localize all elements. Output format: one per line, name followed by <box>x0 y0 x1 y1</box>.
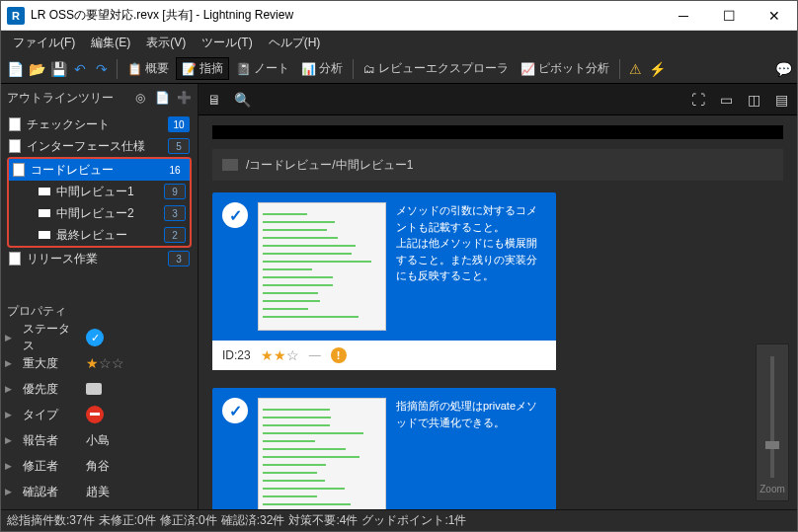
issue-card[interactable]: ✓指摘箇所の処理はprivateメソッドで共通化できる。 <box>212 388 556 509</box>
fullscreen-icon[interactable]: ⛶ <box>688 90 708 110</box>
checkmark-icon: ✓ <box>222 202 248 228</box>
breadcrumb[interactable]: /コードレビュー/中間レビュー1 <box>212 149 783 181</box>
warning-icon[interactable]: ⚠ <box>625 59 645 79</box>
redo-icon[interactable]: ↷ <box>92 59 112 79</box>
property-row[interactable]: ▶優先度 <box>5 376 194 402</box>
issue-card[interactable]: ✓メソッドの引数に対するコメントも記載すること。上記は他メソッドにも横展開するこ… <box>212 192 556 370</box>
status-bar: 総指摘件数:37件 未修正:0件 修正済:0件 確認済:32件 対策不要:4件 … <box>1 509 797 531</box>
breadcrumb-icon <box>222 159 238 171</box>
save-icon[interactable]: 💾 <box>48 59 68 79</box>
zoom-label: Zoom <box>759 484 785 494</box>
maximize-button[interactable]: ☐ <box>706 1 752 31</box>
card-thumbnail <box>258 398 386 509</box>
prop-label: 優先度 <box>23 381 78 398</box>
tree-item[interactable]: リリース作業3 <box>5 248 194 269</box>
tree-item-count: 9 <box>164 184 186 199</box>
tree-item[interactable]: 最終レビュー2 <box>9 224 190 246</box>
pivot-button[interactable]: 📈ピボット分析 <box>516 58 614 79</box>
status-noaction: 対策不要:4件 <box>288 512 358 529</box>
tree-item-count: 3 <box>168 251 190 266</box>
property-row[interactable]: ▶確認者趙美 <box>5 479 194 504</box>
overview-icon: 📋 <box>127 62 142 76</box>
tree-item[interactable]: インターフェース仕様5 <box>5 135 194 157</box>
tree-item[interactable]: コードレビュー16 <box>9 159 190 181</box>
doc-icon <box>13 163 25 177</box>
chevron-right-icon: ▶ <box>5 487 15 496</box>
prop-label: 修正者 <box>23 458 78 475</box>
menu-edit[interactable]: 編集(E) <box>83 33 138 53</box>
target-icon[interactable]: ◎ <box>132 90 148 106</box>
chevron-right-icon: ▶ <box>5 410 15 419</box>
scroll-strip <box>212 125 783 139</box>
doc-icon <box>9 252 21 266</box>
property-row[interactable]: ▶ステータス✓ <box>5 325 194 350</box>
property-row[interactable]: ▶修正者角谷 <box>5 453 194 479</box>
explorer-icon: 🗂 <box>363 62 375 76</box>
prop-value: 小島 <box>86 432 110 449</box>
zoom-slider[interactable]: Zoom <box>756 343 789 501</box>
tree-item-label: 最終レビュー <box>56 227 158 244</box>
issue-icon: 📝 <box>182 62 197 76</box>
tree-item[interactable]: チェックシート10 <box>5 114 194 135</box>
search-icon[interactable]: 🔍 <box>232 90 252 110</box>
analysis-button[interactable]: 📊分析 <box>296 58 348 79</box>
breadcrumb-path: /コードレビュー/中間レビュー1 <box>246 157 413 174</box>
tree-item-count: 3 <box>164 205 186 221</box>
chevron-right-icon: ▶ <box>5 461 15 471</box>
priority-icon <box>86 383 102 395</box>
menu-help[interactable]: ヘルプ(H) <box>261 33 329 53</box>
add-icon[interactable]: ➕ <box>176 90 192 106</box>
status-confirmed: 確認済:32件 <box>221 512 285 529</box>
doc-icon <box>9 117 21 131</box>
issue-button[interactable]: 📝指摘 <box>176 57 229 80</box>
menu-tool[interactable]: ツール(T) <box>194 33 260 53</box>
properties-panel: ▶ステータス✓▶重大度★☆☆▶優先度▶タイプ▶報告者小島▶修正者角谷▶確認者趙美 <box>1 323 198 509</box>
stars-value: ★☆☆ <box>86 355 124 371</box>
display-icon[interactable]: 🖥 <box>204 90 224 110</box>
property-row[interactable]: ▶報告者小島 <box>5 427 194 453</box>
tree-item[interactable]: 中間レビュー19 <box>9 181 190 202</box>
zoom-handle[interactable] <box>765 441 779 449</box>
new-icon[interactable]: 📄 <box>5 59 25 79</box>
prop-label: タイプ <box>23 407 78 423</box>
tree-item-count: 10 <box>168 116 190 132</box>
tree-item-label: コードレビュー <box>31 162 158 179</box>
window-title: LR OSSの要望対応.revx [共有] - Lightning Review <box>31 7 661 24</box>
note-button[interactable]: 📓ノート <box>231 58 294 79</box>
prop-label: 報告者 <box>23 432 78 449</box>
tree-item[interactable]: 中間レビュー23 <box>9 202 190 224</box>
layout2-icon[interactable]: ◫ <box>744 90 763 110</box>
tree-item-label: チェックシート <box>27 116 162 133</box>
card-dash: — <box>309 348 321 362</box>
chevron-right-icon: ▶ <box>5 384 15 394</box>
status-fixed: 修正済:0件 <box>160 512 217 529</box>
checkmark-icon: ✓ <box>222 398 248 423</box>
outline-tree: チェックシート10インターフェース仕様5コードレビュー16中間レビュー19中間レ… <box>1 112 198 271</box>
titlebar: R LR OSSの要望対応.revx [共有] - Lightning Revi… <box>1 1 797 31</box>
property-row[interactable]: ▶タイプ <box>5 402 194 427</box>
layout3-icon[interactable]: ▤ <box>771 90 791 110</box>
overview-button[interactable]: 📋概要 <box>122 58 174 79</box>
explorer-button[interactable]: 🗂レビューエクスプローラ <box>359 58 514 79</box>
outline-title: アウトラインツリー <box>7 90 126 107</box>
status-unfixed: 未修正:0件 <box>99 512 156 529</box>
chat-icon[interactable]: 💬 <box>773 59 793 79</box>
minimize-button[interactable]: ─ <box>661 1 706 31</box>
pivot-icon: 📈 <box>520 62 535 76</box>
card-id: ID:23 <box>222 348 251 362</box>
slide-icon <box>39 231 50 239</box>
doc-icon <box>9 139 21 153</box>
flash-icon[interactable]: ⚡ <box>647 59 667 79</box>
tree-item-label: リリース作業 <box>27 251 162 267</box>
layout1-icon[interactable]: ▭ <box>716 90 736 110</box>
center-panel: 🖥 🔍 ⛶ ▭ ◫ ▤ /コードレビュー/中間レビュー1 ✓メソッドの引数に対す… <box>199 84 797 509</box>
close-button[interactable]: ✕ <box>752 1 797 31</box>
open-icon[interactable]: 📂 <box>27 59 46 79</box>
menu-view[interactable]: 表示(V) <box>138 33 194 53</box>
add-doc-icon[interactable]: 📄 <box>154 90 170 106</box>
chevron-right-icon: ▶ <box>5 358 15 368</box>
undo-icon[interactable]: ↶ <box>70 59 90 79</box>
menu-file[interactable]: ファイル(F) <box>5 33 83 53</box>
property-row[interactable]: ▶重大度★☆☆ <box>5 350 194 376</box>
content-toolbar: 🖥 🔍 ⛶ ▭ ◫ ▤ <box>199 84 797 115</box>
